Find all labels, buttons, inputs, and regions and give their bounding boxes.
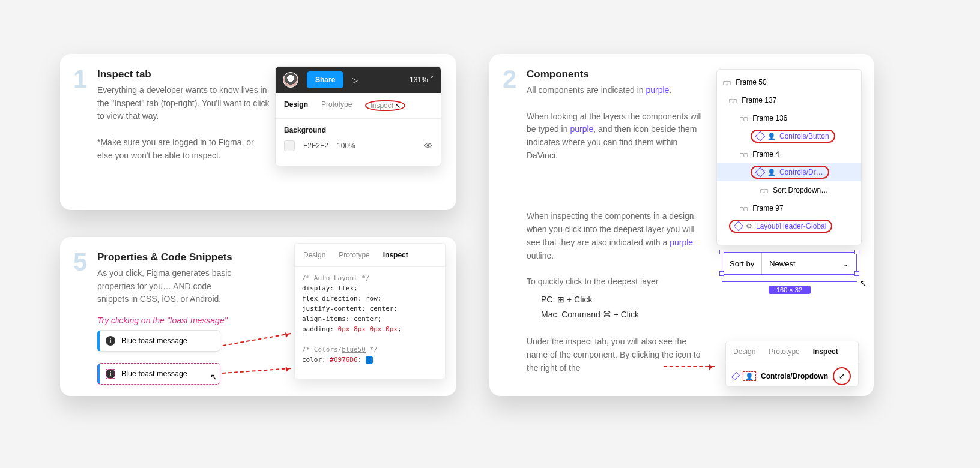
hint-text: Try clicking on the "toast message" (97, 314, 235, 328)
share-button[interactable]: Share (307, 71, 343, 88)
chevron-down-icon: ⌄ (842, 259, 849, 268)
component-name: Controls/Dropdown (761, 372, 828, 380)
tab-design[interactable]: Design (303, 251, 325, 259)
selection-dimensions: 160 × 32 (769, 286, 811, 294)
tab-inspect[interactable]: Inspect (813, 347, 838, 356)
eye-icon[interactable]: 👁 (424, 141, 432, 151)
tabs: Design Prototype Inspect↖ (276, 93, 441, 119)
card-inspect-tab: 1 Inspect tab Everything a developer wan… (60, 54, 456, 210)
layer-row[interactable]: ▢▢Sort Dropdown… (717, 181, 861, 199)
cursor-icon: ↖ (859, 278, 867, 288)
card-text: When inspecting the components in a desi… (527, 210, 707, 262)
card-title: Components (527, 68, 707, 80)
cursor-icon: ↖ (395, 102, 401, 110)
info-icon: i (106, 336, 115, 346)
color-hex: F2F2F2 (303, 142, 328, 150)
layer-row-component-selected[interactable]: 👤Controls/Dr… (717, 163, 861, 181)
card-note: *Make sure you are logged in to Figma, o… (97, 136, 271, 162)
color-swatch[interactable] (284, 140, 295, 151)
user-icon: 👤 (767, 133, 776, 140)
arrow-annotation (222, 368, 291, 374)
tab-inspect[interactable]: Inspect (383, 251, 408, 259)
step-number: 5 (73, 248, 87, 277)
layer-row[interactable]: ▢▢Frame 136 (717, 109, 861, 127)
tab-prototype[interactable]: Prototype (769, 347, 799, 356)
user-icon: 👤 (767, 169, 776, 176)
cursor-icon: ↖ (210, 372, 217, 382)
toast-label: Blue toast message (121, 337, 187, 345)
inspect-panel: Design Prototype Inspect 👤 Controls/Drop… (725, 341, 859, 387)
tab-design[interactable]: Design (733, 347, 755, 356)
card-title: Properties & Code Snippets (97, 251, 235, 263)
arrow-annotation (664, 366, 715, 367)
layer-row[interactable]: ▢▢Frame 4 (717, 145, 861, 163)
background-label: Background (284, 126, 432, 134)
gear-icon: ⚙ (746, 222, 752, 230)
figma-panel-mock: Share ▷ 131% ˅ Design Prototype Inspect↖… (275, 66, 441, 166)
card-text: To quickly click to the deepest layer (527, 275, 707, 289)
card-text: All components are indicated in purple. (527, 84, 707, 97)
toast-example-2-selected[interactable]: i Blue toast message (97, 363, 220, 385)
layer-row[interactable]: ▢▢Frame 50 (717, 73, 861, 91)
card-properties-snippets: 5 Properties & Code Snippets As you clic… (60, 237, 456, 396)
color-preview-swatch (366, 356, 373, 364)
shortcut-mac: Mac: Command ⌘ + Click (527, 307, 707, 322)
card-components: 2 Components All components are indicate… (489, 54, 874, 396)
user-icon: 👤 (745, 373, 754, 380)
tab-prototype[interactable]: Prototype (321, 100, 352, 111)
card-title: Inspect tab (97, 68, 271, 80)
info-icon: i (106, 369, 115, 379)
goto-main-component-icon[interactable]: ⤢ (835, 370, 848, 383)
layer-tree: ▢▢Frame 50 ▢▢Frame 137 ▢▢Frame 136 👤Cont… (716, 69, 862, 245)
step-number: 2 (503, 65, 516, 94)
layer-row-component[interactable]: ⚙Layout/Header-Global (717, 217, 861, 235)
figma-toolbar: Share ▷ 131% ˅ (276, 67, 441, 93)
tab-inspect-highlighted[interactable]: Inspect↖ (365, 100, 405, 111)
code-snippet: /* Auto Layout */ display: flex; flex-di… (295, 267, 445, 371)
toast-label: Blue toast message (121, 370, 187, 378)
component-selection-mock: Sort by Newest⌄ 160 × 32 ↖ (722, 252, 857, 288)
shortcut-pc: PC: ⊞ + Click (527, 292, 707, 307)
background-section: Background F2F2F2 100% 👁 (276, 119, 441, 158)
layer-row-component[interactable]: 👤Controls/Button (717, 127, 861, 145)
sort-value: Newest (769, 259, 795, 268)
diamond-icon (755, 131, 766, 142)
card-text: Under the inspect tab, you will also see… (527, 335, 707, 374)
zoom-level[interactable]: 131% ˅ (410, 76, 434, 84)
arrow-annotation (223, 333, 291, 346)
avatar[interactable] (283, 72, 298, 88)
diamond-icon (755, 167, 766, 178)
color-opacity: 100% (337, 142, 355, 150)
tab-design[interactable]: Design (284, 100, 308, 111)
card-text: As you click, Figma generates basic prop… (97, 267, 235, 306)
toast-example-1[interactable]: i Blue toast message (97, 330, 220, 352)
diamond-icon (734, 221, 744, 232)
sort-label: Sort by (722, 253, 762, 274)
diamond-icon (731, 372, 740, 380)
tab-prototype[interactable]: Prototype (339, 251, 369, 259)
sort-dropdown[interactable]: Sort by Newest⌄ (722, 252, 857, 275)
card-text: When looking at the layers the component… (527, 110, 707, 163)
card-text: Everything a developer wants to know liv… (97, 84, 271, 123)
step-number: 1 (73, 65, 87, 94)
layer-row[interactable]: ▢▢Frame 137 (717, 91, 861, 109)
play-icon[interactable]: ▷ (352, 76, 358, 85)
layer-row[interactable]: ▢▢Frame 97 (717, 199, 861, 217)
code-panel: Design Prototype Inspect /* Auto Layout … (294, 243, 446, 379)
